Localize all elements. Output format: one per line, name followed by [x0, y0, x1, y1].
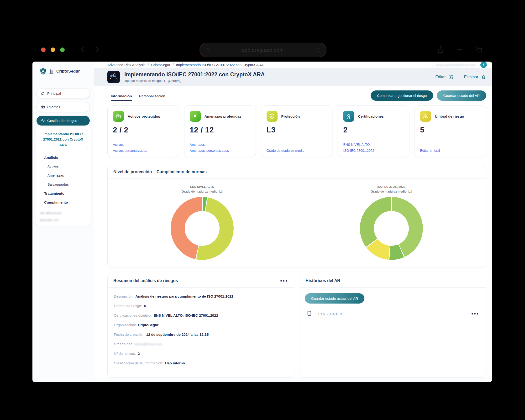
app-window: CriptoSegur Principal Clientes Gestión d…	[32, 62, 492, 382]
tree-item-tratamiento[interactable]: Tratamiento	[40, 189, 89, 198]
history-item[interactable]: PTR-2024-R01	[305, 311, 481, 317]
page-subtitle: Tipo de análisis de riesgos: IT (General…	[124, 79, 265, 83]
summary-field-creado-por: Creado por:demo@inixa.com	[114, 342, 288, 346]
donut-hole	[374, 211, 409, 246]
donut-chart-iso: ISO-IEC 27001:2022 Grado de madurez medi…	[297, 185, 486, 260]
breadcrumb-item[interactable]: Advanced Risk Analysis	[107, 63, 145, 67]
breadcrumb-item-current: Implementando ISO/IEC 27001:2022 con Cry…	[176, 63, 264, 67]
link-amenazas[interactable]: Amenazas	[190, 143, 206, 147]
person-icon	[482, 63, 486, 67]
stat-cards-row: Activos protegidos 2 / 2 Activos Activos…	[94, 105, 492, 157]
close-window-button[interactable]	[41, 47, 46, 52]
history-item-more-icon[interactable]	[471, 312, 479, 316]
share-icon[interactable]	[437, 45, 445, 54]
link-ens-nivel-alto[interactable]: ENS NIVEL ALTO	[343, 143, 370, 147]
new-tab-icon[interactable]	[456, 45, 464, 54]
edit-icon	[448, 75, 453, 79]
tabs: Información Personalización	[111, 94, 165, 101]
sidebar-active-project[interactable]: Implementando ISO/IEC 27001:2022 con Cry…	[38, 129, 88, 150]
sidebar-item-clientes[interactable]: Clientes	[37, 102, 90, 112]
sidebar-project-tree: Análisis Activos Amenazas Salvaguardas T…	[40, 152, 89, 209]
sidebar-item-label: Clientes	[47, 105, 60, 109]
stat-card-value: 12 / 12	[190, 126, 250, 134]
report-document-icon	[307, 311, 312, 317]
manage-risk-button[interactable]: Comenzar a gestionar el riesgo	[371, 90, 433, 101]
browser-nav	[79, 45, 101, 54]
back-icon[interactable]	[79, 45, 87, 54]
summary-field: Umbral de riesgo:5	[114, 304, 288, 308]
page-header: Implementando ISO/IEC 27001:2022 con Cry…	[94, 68, 492, 86]
summary-field: Organización:CriptoSegur	[114, 323, 288, 327]
tab-informacion[interactable]: Información	[111, 94, 132, 101]
tabs-actions-row: Información Personalización Comenzar a g…	[94, 86, 492, 104]
forward-icon[interactable]	[93, 45, 101, 54]
protection-icon	[267, 111, 278, 122]
breadcrumb-item[interactable]: CriptoSegur	[151, 63, 170, 67]
save-current-ar-state-button[interactable]: Guardar estado actual del AR	[305, 293, 365, 304]
risk-summary-panel: Resumen del análisis de riesgos Descripc…	[107, 274, 294, 378]
ar-history-panel: Históricos del AR Guardar estado actual …	[300, 274, 486, 378]
stat-card-label: Umbral de riesgo	[435, 114, 464, 118]
minimize-window-button[interactable]	[51, 47, 55, 52]
address-bar[interactable]: app.araguard.com	[199, 43, 327, 57]
sidebar-item-gestion-de-riesgos[interactable]: Gestión de riesgos	[37, 116, 90, 126]
summary-field: Nº de activos:2	[114, 352, 288, 355]
trash-icon	[481, 75, 486, 79]
main-content: Advanced Risk Analysis / CriptoSegur / I…	[94, 62, 492, 382]
link-activos-personalizados[interactable]: Activos personalizados	[113, 149, 147, 152]
stat-card-label: Certificaciones	[358, 114, 384, 118]
link-iso-iec-27001[interactable]: ISO-IEC 27001:2022	[343, 149, 374, 152]
donut-title: ISO-IEC 27001:2022	[371, 185, 412, 189]
reload-icon[interactable]	[315, 47, 321, 53]
more-menu-icon[interactable]	[280, 279, 288, 282]
history-item-name: PTR-2024-R01	[318, 312, 343, 316]
tab-personalizacion[interactable]: Personalización	[139, 94, 165, 101]
stat-card-label: Amenazas protegidas	[205, 114, 242, 118]
donut-iso-ring[interactable]	[360, 197, 423, 260]
brand[interactable]: CriptoSegur	[37, 68, 90, 75]
link-grado-madurez[interactable]: Grado de madurez medio	[267, 149, 304, 152]
tree-item-amenazas[interactable]: Amenazas	[40, 171, 89, 180]
tree-item-salvaguardas[interactable]: Salvaguardas	[40, 180, 89, 189]
edit-button[interactable]: Editar	[435, 75, 453, 79]
summary-field: Clasificación de la informacion:Uso inte…	[114, 361, 288, 365]
sidebar: CriptoSegur Principal Clientes Gestión d…	[32, 62, 94, 382]
page-title: Implementando ISO/IEC 27001:2022 con Cry…	[124, 71, 265, 78]
link-activos[interactable]: Activos	[113, 143, 124, 147]
stat-card-proteccion: Protección L3 Grado de madurez medio	[261, 105, 333, 157]
donut-ens-ring[interactable]	[171, 197, 234, 260]
link-amenazas-personalizados[interactable]: Amenazas personalizados	[190, 149, 229, 152]
user-email: inixa-partner@partner.com	[433, 62, 478, 68]
tree-item-activos[interactable]: Activos	[40, 162, 89, 171]
donut-title: ENS NIVEL ALTO	[182, 185, 223, 189]
protection-level-panel: Nivel de protección – Cumplimiento de no…	[107, 165, 486, 267]
sidebar-item-principal[interactable]: Principal	[37, 89, 90, 98]
sidebar-item-ar-diferencial[interactable]: AR diferencial	[38, 209, 89, 215]
tabs-overview-icon[interactable]	[475, 45, 483, 54]
tree-item-cumplimiento[interactable]: Cumplimiento	[40, 198, 89, 207]
zoom-window-button[interactable]	[60, 47, 65, 52]
link-editar-umbral[interactable]: Editar umbral	[420, 149, 440, 152]
save-ar-state-button[interactable]: Guardar estado del AR	[437, 90, 486, 101]
summary-title: Resumen del análisis de riesgos	[113, 278, 178, 283]
stat-card-value: 2 / 2	[113, 126, 173, 134]
stat-card-label: Activos protegidos	[128, 114, 160, 118]
stat-card-value: 2	[343, 126, 404, 134]
stat-card-certificaciones: Certificaciones 2 ENS NIVEL ALTO ISO-IEC…	[338, 105, 409, 157]
top-row: Advanced Risk Analysis / CriptoSegur / I…	[94, 62, 492, 68]
url-text: app.araguard.com	[210, 47, 315, 53]
stat-card-label: Protección	[281, 114, 300, 118]
delete-button[interactable]: Eliminar	[464, 75, 486, 79]
donut-subtitle: Grado de madurez medio: L3	[371, 189, 412, 194]
organization-building-icon	[48, 68, 54, 74]
avatar[interactable]	[480, 62, 487, 68]
stat-card-amenazas-protegidas: Amenazas protegidas 12 / 12 Amenazas Ame…	[184, 105, 256, 157]
summary-field: Descripción:Análisis de riesgos para cum…	[114, 294, 288, 298]
stat-card-activos-protegidos: Activos protegidos 2 / 2 Activos Activos…	[107, 105, 179, 157]
sidebar-item-label: Gestión de riesgos	[47, 119, 77, 123]
breadcrumb-separator: /	[173, 63, 173, 67]
footer-copyright: © Inixa Security & Communication	[94, 378, 492, 382]
sidebar-item-ejemplo-uni[interactable]: Ejemplo Uni	[38, 215, 89, 222]
user-menu[interactable]: inixa-partner@partner.com	[433, 62, 487, 68]
tree-item-analisis[interactable]: Análisis	[40, 154, 89, 162]
